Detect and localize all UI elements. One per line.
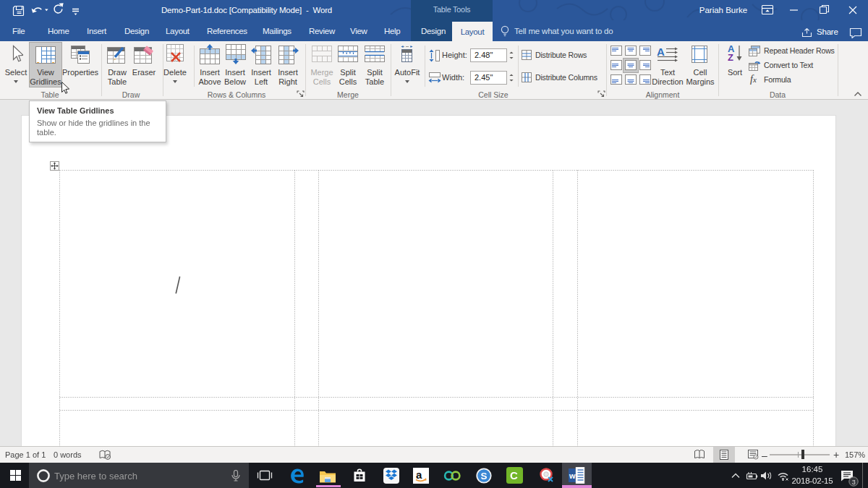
svg-text:a: a: [416, 468, 422, 481]
svg-text:3: 3: [852, 479, 856, 486]
svg-text:w: w: [569, 471, 576, 480]
svg-text:S: S: [481, 471, 488, 481]
svg-text:A: A: [657, 46, 665, 58]
svg-text:C: C: [510, 469, 518, 481]
